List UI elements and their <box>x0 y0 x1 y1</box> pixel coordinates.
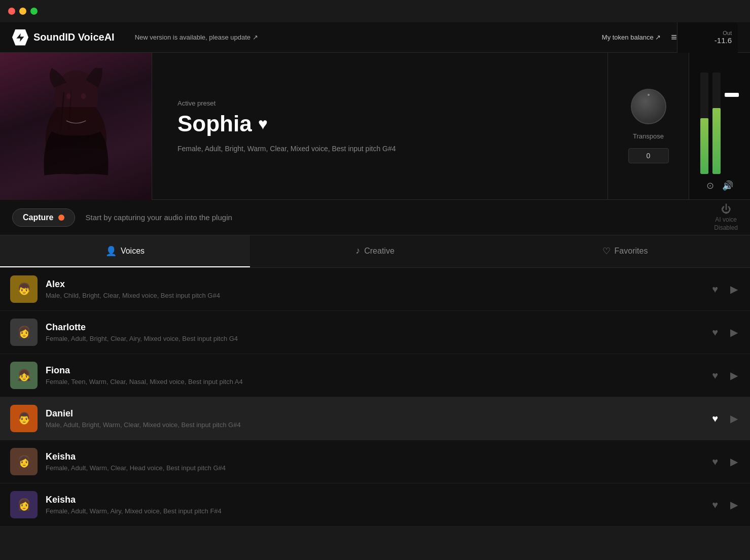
voice-actions: ♥ ▶ <box>710 281 740 297</box>
svg-point-2 <box>81 93 86 99</box>
voice-info: Keisha Female, Adult, Warm, Airy, Mixed … <box>46 495 702 515</box>
app-logo: SoundID VoiceAI <box>12 29 115 46</box>
voice-name: Fiona <box>46 365 702 376</box>
tab-creative-label: Creative <box>364 247 395 256</box>
voice-tags: Male, Adult, Bright, Warm, Clear, Mixed … <box>46 421 702 429</box>
maximize-button[interactable] <box>30 8 38 15</box>
voice-info: Fiona Female, Teen, Warm, Clear, Nasal, … <box>46 365 702 386</box>
favorites-icon: ♡ <box>602 246 611 257</box>
meter-value: -11.6 <box>715 36 732 45</box>
voice-name: Alex <box>46 279 702 290</box>
tab-voices-label: Voices <box>121 247 145 256</box>
meter-label: Out <box>723 30 732 36</box>
voice-tags: Female, Teen, Warm, Clear, Nasal, Mixed … <box>46 378 702 386</box>
capture-button[interactable]: Capture <box>12 208 75 227</box>
ai-voice-button[interactable]: ⏻ AI voice Disabled <box>714 203 738 231</box>
capture-dot <box>58 215 64 221</box>
token-balance[interactable]: My token balance ↗ <box>602 33 661 41</box>
transpose-knob[interactable] <box>631 89 666 124</box>
play-button[interactable]: ▶ <box>728 497 740 513</box>
voice-avatar: 👦 <box>10 275 38 303</box>
transpose-label: Transpose <box>633 132 664 140</box>
voice-info: Keisha Female, Adult, Warm, Clear, Head … <box>46 451 702 472</box>
main-content: Active preset Sophia ♥ Female, Adult, Br… <box>0 53 750 200</box>
vu-track-left <box>700 73 708 174</box>
voice-row[interactable]: 👧 Fiona Female, Teen, Warm, Clear, Nasal… <box>0 354 750 397</box>
voice-info: Alex Male, Child, Bright, Clear, Mixed v… <box>46 279 702 299</box>
knob-dot <box>648 94 650 96</box>
vu-fill-right <box>712 108 721 174</box>
app-name: SoundID VoiceAI <box>33 31 115 43</box>
play-button[interactable]: ▶ <box>728 324 740 340</box>
creative-icon: ♪ <box>355 246 360 256</box>
preset-heart-icon[interactable]: ♥ <box>258 115 268 133</box>
ai-voice-label: AI voice <box>715 216 737 223</box>
title-bar <box>0 0 750 22</box>
like-button[interactable]: ♥ <box>710 325 720 340</box>
voice-tags: Female, Adult, Warm, Clear, Head voice, … <box>46 464 702 472</box>
voice-actions: ♥ ▶ <box>710 324 740 340</box>
like-button[interactable]: ♥ <box>710 411 720 427</box>
voice-name: Daniel <box>46 408 702 419</box>
like-button[interactable]: ♥ <box>710 497 720 513</box>
vu-track-right <box>712 73 721 174</box>
voices-icon: 👤 <box>105 246 117 257</box>
tab-favorites-label: Favorites <box>615 247 648 256</box>
play-button[interactable]: ▶ <box>728 410 740 427</box>
like-button[interactable]: ♥ <box>710 282 720 297</box>
avatar-bg: 👦 <box>10 275 38 303</box>
close-button[interactable] <box>8 8 15 15</box>
voice-avatar: 👧 <box>10 362 38 389</box>
preset-name: Sophia ♥ <box>177 111 582 136</box>
speaker-icon[interactable]: 🔊 <box>722 180 733 191</box>
avatar-bg: 👧 <box>10 362 38 389</box>
voice-tags: Male, Child, Bright, Clear, Mixed voice,… <box>46 292 702 299</box>
play-button[interactable]: ▶ <box>728 367 740 383</box>
logo-icon <box>12 29 28 46</box>
voice-row[interactable]: 👩 Charlotte Female, Adult, Bright, Clear… <box>0 311 750 354</box>
link-icon[interactable]: ⊙ <box>706 180 714 191</box>
voice-list: 👦 Alex Male, Child, Bright, Clear, Mixed… <box>0 268 750 527</box>
vu-slider[interactable] <box>725 73 739 174</box>
tabs: 👤 Voices ♪ Creative ♡ Favorites <box>0 235 750 268</box>
play-button[interactable]: ▶ <box>728 281 740 297</box>
play-button[interactable]: ▶ <box>728 453 740 470</box>
output-meter: Out -11.6 <box>677 22 738 53</box>
capture-instruction: Start by capturing your audio into the p… <box>85 213 232 222</box>
vu-fill-left <box>700 118 708 174</box>
voice-name: Charlotte <box>46 322 702 333</box>
voice-row[interactable]: 👦 Alex Male, Child, Bright, Clear, Mixed… <box>0 268 750 311</box>
preset-name-text: Sophia <box>177 111 252 136</box>
minimize-button[interactable] <box>19 8 26 15</box>
vu-controls: ⊙ 🔊 <box>706 180 733 191</box>
avatar-bg: 👩 <box>10 491 38 518</box>
capture-bar: Capture Start by capturing your audio in… <box>0 200 750 235</box>
voice-avatar: 👩 <box>10 448 38 475</box>
avatar-bg: 👩 <box>10 448 38 475</box>
tab-creative[interactable]: ♪ Creative <box>250 235 500 267</box>
voice-info: Charlotte Female, Adult, Bright, Clear, … <box>46 322 702 342</box>
power-icon: ⏻ <box>721 203 731 215</box>
menu-icon[interactable]: ≡ <box>671 31 677 43</box>
transpose-value[interactable]: 0 <box>628 148 669 163</box>
vu-handle[interactable] <box>725 93 739 97</box>
vu-meters <box>700 73 739 174</box>
voice-tags: Female, Adult, Warm, Airy, Mixed voice, … <box>46 507 702 515</box>
voice-avatar: 👩 <box>10 491 38 518</box>
voice-actions: ♥ ▶ <box>710 453 740 470</box>
update-notice[interactable]: New version is available, please update … <box>135 33 258 41</box>
like-button[interactable]: ♥ <box>710 454 720 470</box>
voice-avatar: 👨 <box>10 405 38 432</box>
voice-tags: Female, Adult, Bright, Clear, Airy, Mixe… <box>46 335 702 342</box>
voice-row[interactable]: 👩 Keisha Female, Adult, Warm, Airy, Mixe… <box>0 483 750 527</box>
tab-favorites[interactable]: ♡ Favorites <box>500 235 750 267</box>
voice-avatar: 👩 <box>10 319 38 346</box>
like-button[interactable]: ♥ <box>710 368 720 383</box>
active-preset-label: Active preset <box>177 99 582 107</box>
voice-row[interactable]: 👨 Daniel Male, Adult, Bright, Warm, Clea… <box>0 397 750 440</box>
voice-row[interactable]: 👩 Keisha Female, Adult, Warm, Clear, Hea… <box>0 440 750 483</box>
voice-name: Keisha <box>46 451 702 462</box>
tab-voices[interactable]: 👤 Voices <box>0 235 250 267</box>
voice-actions: ♥ ▶ <box>710 410 740 427</box>
transpose-panel: Transpose 0 <box>608 53 689 199</box>
